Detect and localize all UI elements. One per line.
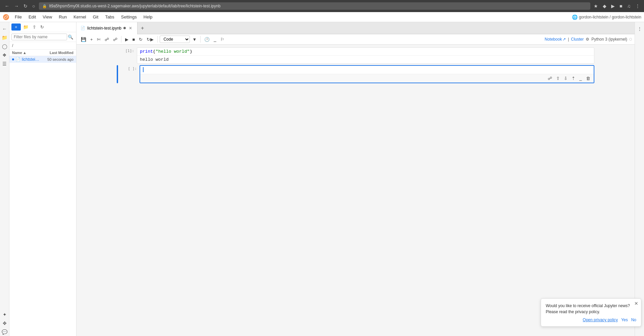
upload-button[interactable]: ⇧: [31, 23, 38, 31]
cell-type-select[interactable]: Code Markdown Raw: [160, 36, 190, 43]
extension2-icon[interactable]: ■: [618, 2, 624, 10]
keyword-print: print: [140, 49, 153, 54]
no-button[interactable]: No: [631, 318, 636, 322]
main-content: 📄 lichtstein-test.ipynb ✕ + 💾 + ✄ ☍ ☍ ▶ …: [76, 22, 635, 336]
notebook-link[interactable]: Notebook ↗: [545, 37, 566, 42]
menu-git[interactable]: Git: [90, 13, 101, 20]
paren-close: ): [190, 49, 192, 54]
copy-cell-button[interactable]: ☍: [103, 36, 111, 43]
privacy-policy-link[interactable]: Open privacy policy: [583, 318, 618, 322]
merge-action[interactable]: ⎯: [578, 75, 583, 82]
tab-bar: 📄 lichtstein-test.ipynb ✕ +: [76, 22, 635, 34]
nav-buttons: ← → ↻ ○: [3, 2, 37, 10]
stop-button[interactable]: ■: [131, 36, 137, 43]
menu-run[interactable]: Run: [56, 13, 69, 20]
back-nav-icon[interactable]: ←: [1, 25, 9, 33]
menu-settings[interactable]: Settings: [118, 13, 140, 20]
refresh-files-button[interactable]: ↻: [39, 23, 46, 31]
code-line-2: [140, 66, 594, 74]
file-item[interactable]: 📄 lichtstein-t... 50 seconds ago: [9, 56, 76, 63]
new-file-button[interactable]: +: [11, 23, 21, 31]
open-folder-button[interactable]: 📁: [21, 23, 30, 31]
paste-cell-button[interactable]: ☍: [111, 36, 119, 43]
string-val: "hello world": [156, 49, 190, 54]
kernel-info: Notebook ↗ | Cluster ⚙ Python 3 (ipykern…: [545, 37, 632, 42]
cell-label-2: [ ]:: [128, 66, 137, 71]
cell-body-2[interactable]: ☍ ⇧ ⇩ ⇡ ⎯ 🗑: [140, 65, 594, 83]
extensions-icon[interactable]: ✦: [1, 310, 9, 319]
user-info: 🌐 gordon-lichtstein / gordon-lichtstein: [572, 14, 641, 20]
svg-point-0: [3, 14, 9, 20]
url-bar[interactable]: 🔒 lt9a5hpsm5my0ll.studio.us-west-2.sagem…: [39, 2, 590, 10]
cell-output-1: hello world: [137, 55, 594, 63]
cluster-link[interactable]: Cluster: [571, 37, 584, 42]
files-icon[interactable]: 📁: [1, 34, 9, 42]
url-text: lt9a5hpsm5my0ll.studio.us-west-2.sagemak…: [49, 4, 220, 8]
git-icon[interactable]: ❖: [1, 51, 9, 59]
file-path: /: [9, 42, 76, 50]
split-button[interactable]: ⎯: [212, 36, 218, 43]
settings-icon[interactable]: ⚙: [586, 37, 589, 42]
bookmark-icon[interactable]: ★: [592, 2, 599, 10]
account-icon[interactable]: ▶: [610, 2, 616, 10]
extension-icon[interactable]: ◆: [601, 2, 608, 10]
add-cell-button[interactable]: +: [89, 36, 95, 43]
cell-label-1: [1]:: [125, 49, 135, 53]
name-column-header[interactable]: Name ▲: [12, 51, 40, 55]
forward-button[interactable]: →: [12, 2, 21, 10]
kernel-label: Python 3 (ipykernel): [591, 37, 627, 42]
move-down-action[interactable]: ⇩: [562, 75, 569, 82]
notification-close-button[interactable]: ✕: [634, 301, 638, 306]
move-up-action[interactable]: ⇧: [555, 75, 561, 82]
search-button[interactable]: 🔍: [67, 34, 74, 40]
code-cell-1: [1]: print("hello world") hello world: [117, 47, 594, 64]
cells-area[interactable]: [1]: print("hello world") hello world [ …: [76, 45, 635, 336]
notification-popup: ✕ Would you like to receive official Jup…: [541, 298, 641, 327]
add-tab-button[interactable]: +: [138, 25, 147, 31]
menu-tabs[interactable]: Tabs: [102, 13, 117, 20]
extend-button[interactable]: ⚐: [219, 36, 226, 43]
menu-kernel[interactable]: Kernel: [71, 13, 89, 20]
restart-run-button[interactable]: ↻▶: [145, 36, 155, 43]
tab-close-button[interactable]: ✕: [128, 26, 133, 31]
filter-input[interactable]: [11, 34, 67, 40]
menu-view[interactable]: View: [40, 13, 55, 20]
yes-button[interactable]: Yes: [621, 318, 628, 322]
modified-column-header: Last Modified: [40, 51, 73, 55]
copy-cell-action[interactable]: ☍: [546, 75, 553, 82]
running-icon[interactable]: ◯: [1, 42, 9, 50]
file-panel: + 📁 ⇧ ↻ 🔍 / Name ▲ Last Modified 📄 licht…: [9, 22, 76, 336]
menu-edit[interactable]: Edit: [26, 13, 39, 20]
menu-help[interactable]: Help: [141, 13, 155, 20]
list-icon[interactable]: ☰: [1, 60, 9, 68]
restart-button[interactable]: ↻: [137, 36, 144, 43]
sort-arrow-icon: ▲: [23, 51, 26, 55]
music-icon[interactable]: ♫: [626, 2, 632, 10]
share-action[interactable]: ⇡: [570, 75, 577, 82]
separator-pipe: |: [568, 37, 569, 42]
menu-dots[interactable]: ⋮: [634, 2, 641, 10]
tab-label: lichtstein-test.ipynb: [87, 26, 121, 31]
home-button[interactable]: ○: [30, 2, 37, 10]
delete-cell-action[interactable]: 🗑: [585, 75, 592, 82]
back-button[interactable]: ←: [3, 2, 11, 10]
file-modified: 50 seconds ago: [40, 57, 73, 61]
file-panel-toolbar: + 📁 ⇧ ↻: [9, 22, 76, 32]
cell-sidebar-1: [1]:: [117, 47, 137, 64]
notebook-tab[interactable]: 📄 lichtstein-test.ipynb ✕: [76, 22, 138, 34]
cell-type-dropdown[interactable]: ▼: [191, 36, 198, 43]
save-button[interactable]: 💾: [79, 36, 88, 43]
external-link-icon: ↗: [562, 37, 566, 42]
code-cell-2: [ ]: ☍ ⇧ ⇩ ⇡ ⎯ 🗑: [117, 65, 594, 83]
globe-icon: 🌐: [572, 14, 578, 20]
chat-icon[interactable]: 💬: [1, 328, 9, 336]
cell-body-1[interactable]: print("hello world") hello world: [137, 47, 594, 64]
refresh-button[interactable]: ↻: [21, 2, 30, 10]
file-active-indicator: [12, 58, 14, 60]
cut-cell-button[interactable]: ✄: [95, 36, 102, 43]
run-cell-button[interactable]: ▶: [123, 36, 130, 43]
clock-button[interactable]: 🕐: [203, 36, 211, 43]
menu-file[interactable]: File: [12, 13, 24, 20]
puzzle-icon[interactable]: ✥: [1, 319, 9, 327]
right-icon-1[interactable]: ⋮: [636, 25, 644, 33]
